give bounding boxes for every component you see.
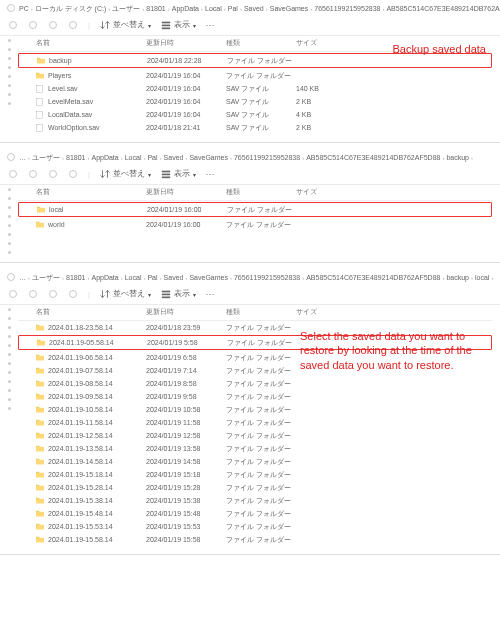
col-date[interactable]: 更新日時 (146, 38, 226, 48)
breadcrumb-segment[interactable]: Saved (164, 274, 184, 281)
breadcrumb-segment[interactable]: Local (125, 154, 142, 161)
table-row[interactable]: 2024.01.19-12.58.142024/01/19 12:58ファイル … (18, 429, 492, 442)
col-date[interactable]: 更新日時 (146, 307, 226, 317)
breadcrumb-segment[interactable]: … (19, 274, 26, 281)
view-button[interactable]: 表示 ▾ (161, 169, 196, 179)
col-date[interactable]: 更新日時 (146, 187, 226, 197)
gutter-marker (8, 57, 11, 60)
breadcrumb-segment[interactable]: ユーザー (32, 153, 60, 163)
cut-button[interactable] (28, 289, 38, 299)
breadcrumb-segment[interactable]: backup (446, 154, 469, 161)
table-row[interactable]: LocalData.sav2024/01/19 16:04SAV ファイル4 K… (18, 108, 492, 121)
breadcrumb-segment[interactable]: backup (446, 274, 469, 281)
breadcrumb-segment[interactable]: Pal (228, 5, 238, 12)
table-row[interactable]: Level.sav2024/01/19 16:04SAV ファイル140 KB (18, 82, 492, 95)
table-row[interactable]: 2024.01.19-10.58.142024/01/19 10:58ファイル … (18, 403, 492, 416)
breadcrumb-segment[interactable]: Local (205, 5, 222, 12)
paste-button[interactable] (68, 20, 78, 30)
breadcrumb-segment[interactable]: Saved (164, 154, 184, 161)
breadcrumb-segment[interactable]: Pal (147, 274, 157, 281)
breadcrumb[interactable]: PC›ローカル ディスク (C:)›ユーザー›81801›AppData›Loc… (0, 0, 500, 17)
table-row[interactable]: 2024.01.19-15.58.142024/01/19 15:58ファイル … (18, 533, 492, 546)
breadcrumb-segment[interactable]: local (475, 274, 489, 281)
table-row[interactable]: 2024.01.19-14.58.142024/01/19 14:58ファイル … (18, 455, 492, 468)
chevron-right-icon: › (28, 155, 30, 161)
view-button[interactable]: 表示 ▾ (161, 289, 196, 299)
cut-button[interactable] (28, 169, 38, 179)
breadcrumb-segment[interactable]: PC (19, 5, 29, 12)
more-button[interactable]: ··· (206, 290, 215, 299)
table-row[interactable]: local2024/01/19 16:00ファイル フォルダー (18, 202, 492, 217)
table-row[interactable]: 2024.01.19-15.18.142024/01/19 15:18ファイル … (18, 468, 492, 481)
breadcrumb-segment[interactable]: SaveGames (189, 154, 228, 161)
table-row[interactable]: 2024.01.19-15.53.142024/01/19 15:53ファイル … (18, 520, 492, 533)
new-button[interactable] (8, 289, 18, 299)
view-button[interactable]: 表示 ▾ (161, 20, 196, 30)
more-button[interactable]: ··· (206, 170, 215, 179)
breadcrumb-segment[interactable]: AppData (91, 154, 118, 161)
table-row[interactable]: 2024.01.19-15.28.142024/01/19 15:28ファイル … (18, 481, 492, 494)
cut-button[interactable] (28, 20, 38, 30)
svg-rect-25 (37, 208, 45, 213)
file-name: 2024.01.19-15.38.14 (48, 497, 113, 504)
table-row[interactable]: 2024.01.19-13.58.142024/01/19 13:58ファイル … (18, 442, 492, 455)
column-headers[interactable]: 名前更新日時種類サイズ (18, 185, 492, 201)
breadcrumb-segment[interactable]: … (19, 154, 26, 161)
chevron-right-icon: › (442, 155, 444, 161)
breadcrumb[interactable]: …›ユーザー›81801›AppData›Local›Pal›Saved›Sav… (0, 269, 500, 286)
breadcrumb-segment[interactable]: SaveGames (270, 5, 309, 12)
more-button[interactable]: ··· (206, 21, 215, 30)
breadcrumb-segment[interactable]: ローカル ディスク (C:) (35, 4, 107, 14)
col-type[interactable]: 種類 (226, 187, 296, 197)
new-button[interactable] (8, 169, 18, 179)
sort-button[interactable]: 並べ替え ▾ (100, 20, 151, 30)
table-row[interactable]: 2024.01.19-11.58.142024/01/19 11:58ファイル … (18, 416, 492, 429)
col-type[interactable]: 種類 (226, 38, 296, 48)
breadcrumb-segment[interactable]: AppData (172, 5, 199, 12)
table-row[interactable]: WorldOption.sav2024/01/18 21:41SAV ファイル2… (18, 121, 492, 134)
breadcrumb-segment[interactable]: Saved (244, 5, 264, 12)
col-size[interactable]: サイズ (296, 38, 351, 48)
new-button[interactable] (8, 20, 18, 30)
breadcrumb-segment[interactable]: 81801 (66, 274, 85, 281)
table-row[interactable]: 2024.01.19-08.58.142024/01/19 8:58ファイル フ… (18, 377, 492, 390)
file-name: 2024.01.19-09.58.14 (48, 393, 113, 400)
breadcrumb-segment[interactable]: 81801 (66, 154, 85, 161)
breadcrumb-segment[interactable]: 76561199215952838 (314, 5, 380, 12)
col-name[interactable]: 名前 (36, 187, 146, 197)
sort-button[interactable]: 並べ替え ▾ (100, 169, 151, 179)
col-name[interactable]: 名前 (36, 307, 146, 317)
svg-point-18 (30, 171, 37, 178)
table-row[interactable]: world2024/01/19 16:00ファイル フォルダー (18, 218, 492, 231)
table-row[interactable]: 2024.01.19-09.58.142024/01/19 9:58ファイル フ… (18, 390, 492, 403)
breadcrumb-segment[interactable]: 76561199215952838 (234, 154, 300, 161)
table-row[interactable]: Players2024/01/19 16:04ファイル フォルダー (18, 69, 492, 82)
copy-button[interactable] (48, 289, 58, 299)
breadcrumb-segment[interactable]: ユーザー (32, 273, 60, 283)
copy-button[interactable] (48, 169, 58, 179)
breadcrumb-segment[interactable]: AB585C514C67E3E489214DB762AF5D88 (306, 154, 440, 161)
breadcrumb-segment[interactable]: 76561199215952838 (234, 274, 300, 281)
paste-button[interactable] (68, 289, 78, 299)
col-name[interactable]: 名前 (36, 38, 146, 48)
col-size[interactable]: サイズ (296, 187, 351, 197)
breadcrumb-segment[interactable]: Pal (147, 154, 157, 161)
file-name: 2024.01.19-15.28.14 (48, 484, 113, 491)
col-type[interactable]: 種類 (226, 307, 296, 317)
breadcrumb-segment[interactable]: AB585C514C67E3E489214DB762AF5D88 (386, 5, 500, 12)
table-row[interactable]: 2024.01.19-15.48.142024/01/19 15:48ファイル … (18, 507, 492, 520)
breadcrumb-segment[interactable]: SaveGames (189, 274, 228, 281)
breadcrumb-segment[interactable]: ユーザー (112, 4, 140, 14)
col-size[interactable]: サイズ (296, 307, 351, 317)
paste-button[interactable] (68, 169, 78, 179)
breadcrumb-segment[interactable]: 81801 (146, 5, 165, 12)
copy-button[interactable] (48, 20, 58, 30)
column-headers[interactable]: 名前更新日時種類サイズ (18, 305, 492, 321)
table-row[interactable]: LevelMeta.sav2024/01/19 16:04SAV ファイル2 K… (18, 95, 492, 108)
breadcrumb-segment[interactable]: AB585C514C67E3E489214DB762AF5D88 (306, 274, 440, 281)
table-row[interactable]: 2024.01.19-15.38.142024/01/19 15:38ファイル … (18, 494, 492, 507)
sort-button[interactable]: 並べ替え ▾ (100, 289, 151, 299)
breadcrumb-segment[interactable]: Local (125, 274, 142, 281)
breadcrumb[interactable]: …›ユーザー›81801›AppData›Local›Pal›Saved›Sav… (0, 149, 500, 166)
breadcrumb-segment[interactable]: AppData (91, 274, 118, 281)
